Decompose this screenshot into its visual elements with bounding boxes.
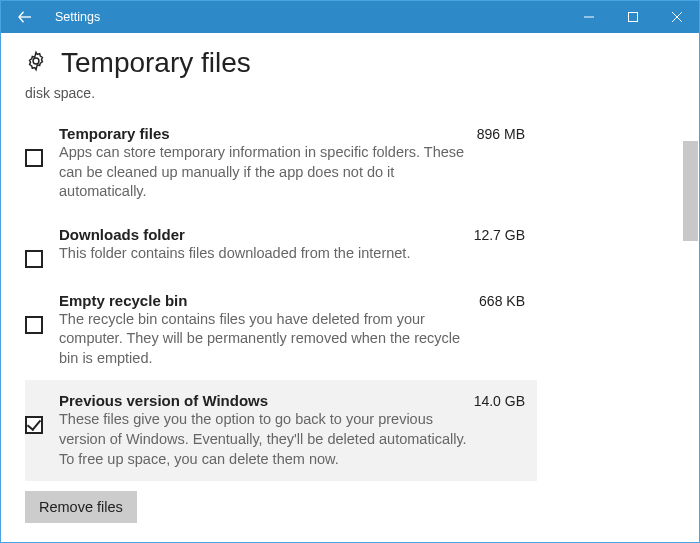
- maximize-button[interactable]: [611, 1, 655, 33]
- item-title: Downloads folder: [59, 226, 185, 243]
- window-title: Settings: [55, 10, 100, 24]
- svg-rect-2: [629, 13, 638, 22]
- item-downloads-folder[interactable]: Downloads folder 12.7 GB This folder con…: [25, 214, 537, 280]
- item-desc: Apps can store temporary information in …: [59, 143, 469, 202]
- checkbox-temporary-files[interactable]: [25, 149, 43, 167]
- page-header: Temporary files: [1, 33, 699, 85]
- settings-window: Settings Temporary files disk space.: [0, 0, 700, 543]
- window-controls: [567, 1, 699, 33]
- remove-files-button[interactable]: Remove files: [25, 491, 137, 523]
- item-title: Temporary files: [59, 125, 170, 142]
- item-title: Previous version of Windows: [59, 392, 268, 409]
- item-temporary-files[interactable]: Temporary files 896 MB Apps can store te…: [25, 113, 537, 214]
- close-button[interactable]: [655, 1, 699, 33]
- truncated-text: disk space.: [1, 85, 699, 107]
- item-empty-recycle-bin[interactable]: Empty recycle bin 668 KB The recycle bin…: [25, 280, 537, 381]
- titlebar: Settings: [1, 1, 699, 33]
- item-size: 12.7 GB: [474, 227, 525, 243]
- item-size: 668 KB: [479, 293, 525, 309]
- action-row: Remove files: [1, 481, 699, 523]
- checkbox-empty-recycle-bin[interactable]: [25, 316, 43, 334]
- gear-icon: [25, 50, 47, 76]
- item-desc: The recycle bin contains files you have …: [59, 310, 469, 369]
- minimize-button[interactable]: [567, 1, 611, 33]
- checkbox-downloads-folder[interactable]: [25, 250, 43, 268]
- storage-items-list: Temporary files 896 MB Apps can store te…: [1, 107, 561, 481]
- item-size: 896 MB: [477, 126, 525, 142]
- svg-point-5: [33, 58, 39, 64]
- scrollbar-thumb[interactable]: [683, 141, 698, 241]
- item-desc: These files give you the option to go ba…: [59, 410, 469, 469]
- item-size: 14.0 GB: [474, 393, 525, 409]
- checkbox-previous-windows[interactable]: [25, 416, 43, 434]
- item-title: Empty recycle bin: [59, 292, 187, 309]
- back-button[interactable]: [1, 1, 49, 33]
- item-desc: This folder contains files downloaded fr…: [59, 244, 469, 264]
- item-previous-windows[interactable]: Previous version of Windows 14.0 GB Thes…: [25, 380, 537, 481]
- page-title: Temporary files: [61, 47, 251, 79]
